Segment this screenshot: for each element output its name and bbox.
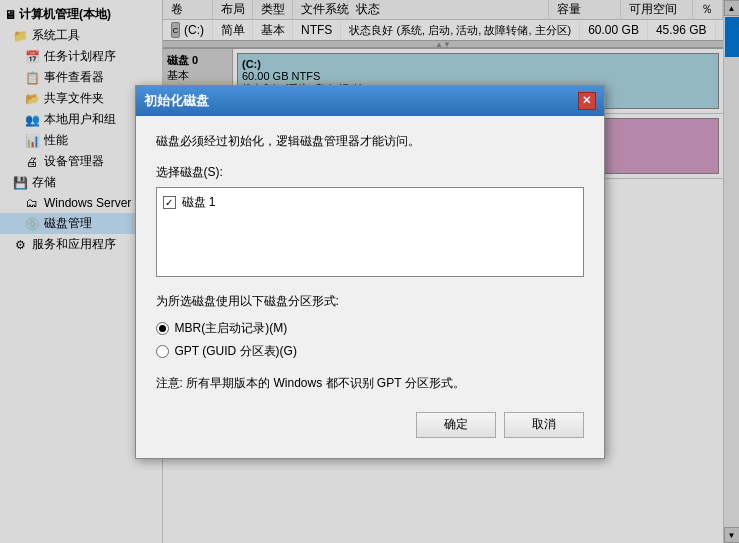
disk-list-box: ✓ 磁盘 1 <box>156 187 584 277</box>
modal-overlay: 初始化磁盘 ✕ 磁盘必须经过初始化，逻辑磁盘管理器才能访问。 选择磁盘(S): … <box>0 0 739 543</box>
dialog-description: 磁盘必须经过初始化，逻辑磁盘管理器才能访问。 <box>156 132 584 150</box>
partition-format-label: 为所选磁盘使用以下磁盘分区形式: <box>156 293 584 310</box>
dialog-footer: 确定 取消 <box>156 412 584 442</box>
dialog-title: 初始化磁盘 <box>144 92 209 110</box>
ok-button[interactable]: 确定 <box>416 412 496 438</box>
mbr-radio[interactable] <box>156 322 169 335</box>
dialog-body: 磁盘必须经过初始化，逻辑磁盘管理器才能访问。 选择磁盘(S): ✓ 磁盘 1 为… <box>136 116 604 458</box>
disk1-checkbox[interactable]: ✓ <box>163 196 176 209</box>
dialog-close-button[interactable]: ✕ <box>578 92 596 110</box>
gpt-label: GPT (GUID 分区表)(G) <box>175 343 297 360</box>
dialog-titlebar: 初始化磁盘 ✕ <box>136 86 604 116</box>
mbr-label: MBR(主启动记录)(M) <box>175 320 288 337</box>
initialize-disk-dialog: 初始化磁盘 ✕ 磁盘必须经过初始化，逻辑磁盘管理器才能访问。 选择磁盘(S): … <box>135 85 605 459</box>
select-disk-label: 选择磁盘(S): <box>156 164 584 181</box>
disk-list-item[interactable]: ✓ 磁盘 1 <box>163 194 577 211</box>
cancel-button[interactable]: 取消 <box>504 412 584 438</box>
disk-item-label: 磁盘 1 <box>182 194 216 211</box>
dialog-note: 注意: 所有早期版本的 Windows 都不识别 GPT 分区形式。 <box>156 374 584 392</box>
mbr-option[interactable]: MBR(主启动记录)(M) <box>156 320 584 337</box>
gpt-option[interactable]: GPT (GUID 分区表)(G) <box>156 343 584 360</box>
gpt-radio[interactable] <box>156 345 169 358</box>
partition-type-radio-group: MBR(主启动记录)(M) GPT (GUID 分区表)(G) <box>156 320 584 360</box>
close-icon: ✕ <box>582 94 591 107</box>
